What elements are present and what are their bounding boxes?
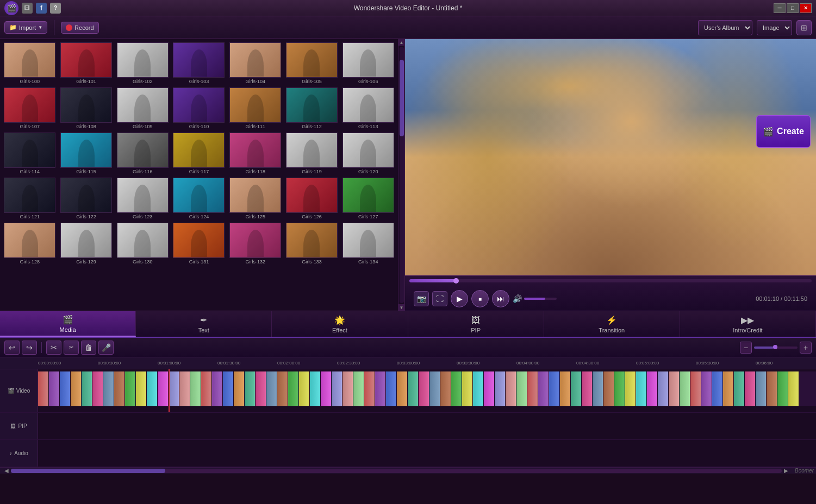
title-bar: 🎬 🎞 f ? Wondershare Video Editor - Untit… [0, 0, 816, 16]
mic-button[interactable]: 🎤 [98, 341, 114, 355]
scroll-up-button[interactable]: ▲ [398, 39, 405, 46]
grid-view-button[interactable]: ⊞ [796, 20, 812, 35]
progress-bar-fill [409, 279, 458, 282]
media-item-girls-114[interactable]: Girls-114 [2, 131, 58, 175]
maximize-button[interactable]: □ [787, 3, 799, 13]
video-track-content[interactable] [38, 369, 816, 412]
play-button[interactable]: ▶ [451, 290, 468, 307]
media-label-girls-113: Girls-113 [358, 124, 378, 129]
media-item-girls-102[interactable]: Girls-102 [115, 41, 170, 85]
media-item-girls-119[interactable]: Girls-119 [284, 131, 340, 175]
scroll-right-button[interactable]: ▶ [782, 468, 790, 474]
media-item-girls-121[interactable]: Girls-121 [2, 177, 58, 220]
h-scrollbar-thumb[interactable] [11, 469, 165, 473]
import-button[interactable]: 📁 Import ▼ [4, 21, 47, 34]
media-item-girls-131[interactable]: Girls-131 [171, 222, 227, 266]
media-item-girls-105[interactable]: Girls-105 [284, 41, 340, 85]
pip-track-text: PIP [18, 423, 27, 429]
media-item-girls-115[interactable]: Girls-115 [59, 131, 114, 175]
media-label-girls-116: Girls-116 [133, 169, 153, 174]
menu-icon-help[interactable]: ? [50, 3, 61, 14]
media-item-girls-118[interactable]: Girls-118 [228, 131, 283, 175]
record-button[interactable]: Record [61, 22, 98, 34]
media-label-girls-134: Girls-134 [358, 259, 378, 264]
redo-button[interactable]: ↪ [22, 341, 37, 355]
minimize-button[interactable]: ─ [774, 3, 786, 13]
zoom-out-button[interactable]: − [740, 342, 752, 354]
media-item-girls-113[interactable]: Girls-113 [340, 86, 396, 130]
camera-button[interactable]: 📷 [414, 291, 429, 306]
media-item-girls-110[interactable]: Girls-110 [171, 86, 227, 130]
media-item-girls-120[interactable]: Girls-120 [340, 131, 396, 175]
media-item-girls-108[interactable]: Girls-108 [59, 86, 114, 130]
delete-button[interactable]: 🗑 [81, 341, 96, 355]
film-frame-7 [114, 371, 125, 406]
scroll-left-button[interactable]: ◀ [2, 468, 11, 474]
tab-intro[interactable]: ▶▶ Intro/Credit [680, 311, 816, 337]
media-label-girls-124: Girls-124 [189, 214, 209, 219]
h-scrollbar[interactable] [11, 469, 782, 473]
zoom-in-button[interactable]: + [800, 342, 812, 354]
zoom-slider[interactable] [754, 346, 798, 349]
audio-track-content[interactable] [38, 440, 816, 467]
media-item-girls-125[interactable]: Girls-125 [228, 177, 283, 220]
progress-bar-container[interactable] [409, 279, 812, 282]
type-dropdown[interactable]: Image Video Audio [757, 20, 792, 35]
media-item-girls-106[interactable]: Girls-106 [340, 41, 396, 85]
media-item-girls-134[interactable]: Girls-134 [340, 222, 396, 266]
media-item-girls-116[interactable]: Girls-116 [115, 131, 170, 175]
media-item-girls-127[interactable]: Girls-127 [340, 177, 396, 220]
progress-handle[interactable] [453, 278, 459, 284]
media-item-girls-122[interactable]: Girls-122 [59, 177, 114, 220]
zoom-handle[interactable] [773, 345, 777, 349]
volume-bar[interactable] [524, 298, 557, 300]
cut-button[interactable]: ✂ [64, 341, 79, 355]
media-item-girls-112[interactable]: Girls-112 [284, 86, 340, 130]
tab-effect[interactable]: 🌟 Effect [272, 311, 408, 337]
media-item-girls-123[interactable]: Girls-123 [115, 177, 170, 220]
scroll-down-button[interactable]: ▼ [398, 304, 405, 311]
film-frame-40 [473, 371, 484, 406]
pip-track-content[interactable] [38, 413, 816, 439]
media-item-girls-124[interactable]: Girls-124 [171, 177, 227, 220]
media-item-girls-117[interactable]: Girls-117 [171, 131, 227, 175]
media-item-girls-126[interactable]: Girls-126 [284, 177, 340, 220]
media-item-girls-130[interactable]: Girls-130 [115, 222, 170, 266]
film-frame-49 [571, 371, 582, 406]
menu-icon-film[interactable]: 🎞 [22, 3, 33, 14]
film-frame-21 [266, 371, 277, 406]
next-button[interactable]: ⏭ [492, 290, 509, 307]
close-button[interactable]: ✕ [800, 3, 812, 13]
media-item-girls-101[interactable]: Girls-101 [59, 41, 114, 85]
media-item-girls-133[interactable]: Girls-133 [284, 222, 340, 266]
film-frame-19 [245, 371, 256, 406]
tab-pip[interactable]: 🖼 PIP [408, 311, 544, 337]
film-frame-37 [440, 371, 451, 406]
film-frame-35 [419, 371, 429, 406]
scroll-thumb[interactable] [400, 60, 404, 137]
menu-icon-facebook[interactable]: f [36, 3, 47, 14]
media-item-girls-104[interactable]: Girls-104 [228, 41, 283, 85]
media-item-girls-109[interactable]: Girls-109 [115, 86, 170, 130]
create-button[interactable]: 🎬 Create [756, 115, 811, 148]
media-item-girls-132[interactable]: Girls-132 [228, 222, 283, 266]
media-scrollbar[interactable]: ▲ ▼ [398, 39, 404, 311]
media-item-girls-100[interactable]: Girls-100 [2, 41, 58, 85]
media-item-girls-111[interactable]: Girls-111 [228, 86, 283, 130]
media-item-girls-107[interactable]: Girls-107 [2, 86, 58, 130]
media-item-girls-103[interactable]: Girls-103 [171, 41, 227, 85]
pip-track-row: 🖼 PIP [0, 413, 816, 440]
tab-label-intro: Intro/Credit [733, 327, 762, 333]
album-dropdown[interactable]: User's Album [698, 20, 752, 35]
tab-transition[interactable]: ⚡ Transition [544, 311, 680, 337]
undo-button[interactable]: ↩ [4, 341, 20, 355]
media-item-girls-128[interactable]: Girls-128 [2, 222, 58, 266]
media-item-girls-129[interactable]: Girls-129 [59, 222, 114, 266]
stop-button[interactable]: ■ [471, 290, 489, 307]
tab-text[interactable]: ✒ Text [136, 311, 272, 337]
tab-media[interactable]: 🎬 Media [0, 311, 136, 337]
scissors-button[interactable]: ✂ [46, 341, 61, 355]
film-frame-10 [147, 371, 158, 406]
zoom-controls: − + [740, 342, 812, 354]
fullscreen-button[interactable]: ⛶ [432, 291, 447, 306]
